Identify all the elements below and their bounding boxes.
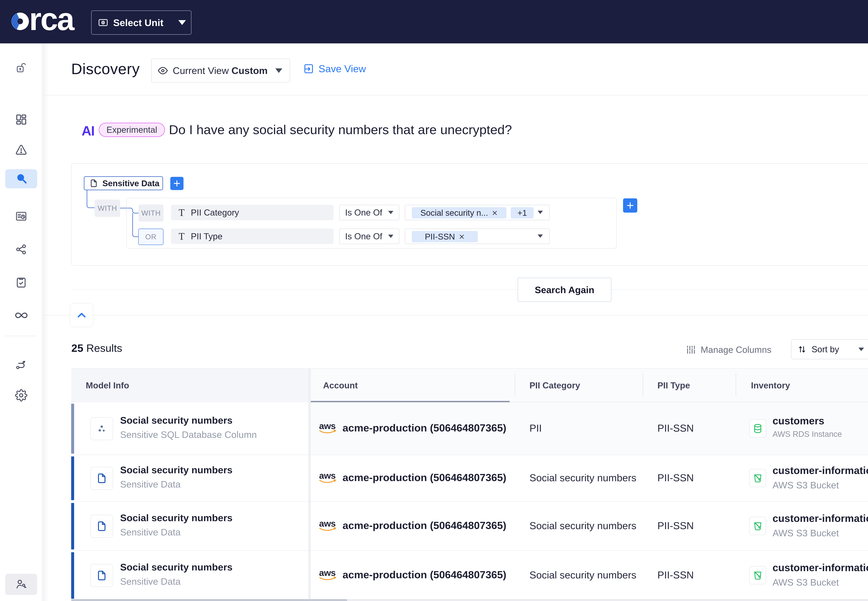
svg-text:aws: aws — [319, 470, 336, 480]
svg-text:aws: aws — [319, 421, 336, 431]
svg-text:rca: rca — [29, 7, 75, 37]
svg-text:aws: aws — [319, 519, 336, 528]
svg-text:aws: aws — [319, 568, 336, 578]
